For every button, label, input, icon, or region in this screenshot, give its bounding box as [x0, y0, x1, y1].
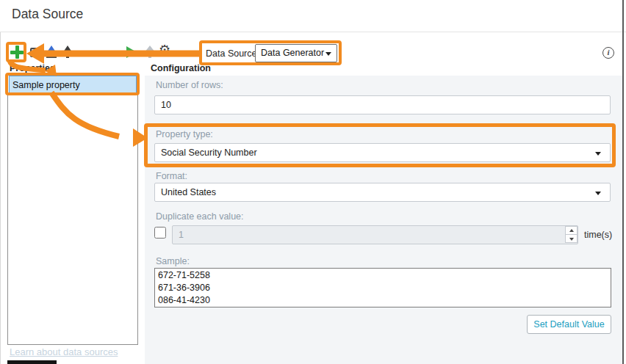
number-of-rows-label: Number of rows: — [156, 80, 223, 90]
upload-icon[interactable] — [145, 46, 155, 52]
page-title: Data Source — [12, 7, 83, 22]
duplicate-count-stepper[interactable] — [565, 226, 578, 244]
number-of-rows-input[interactable] — [154, 95, 611, 114]
bottom-edge-bar — [7, 360, 57, 364]
data-source-label: Data Source: — [206, 48, 259, 59]
duplicate-each-value-label: Duplicate each value: — [156, 211, 244, 222]
export-icon — [66, 52, 69, 58]
set-default-value-button[interactable]: Set Default Value — [527, 315, 611, 334]
window-right-border — [622, 0, 624, 364]
upload-icon — [148, 52, 151, 58]
data-source-dropdown[interactable]: Data Generator — [255, 44, 337, 62]
property-type-value: Social Security Number — [161, 148, 257, 158]
info-icon[interactable]: i — [602, 47, 614, 59]
import-icon[interactable] — [47, 46, 56, 52]
chevron-down-icon — [595, 152, 601, 156]
add-button[interactable] — [10, 45, 24, 59]
properties-header: Properties — [10, 63, 55, 73]
format-value: United States — [161, 187, 216, 197]
list-item-sample-property[interactable]: Sample property — [9, 76, 137, 95]
configuration-header: Configuration — [151, 63, 211, 73]
export-icon[interactable] — [63, 46, 72, 52]
learn-about-data-sources-link[interactable]: Learn about data sources — [10, 346, 118, 357]
title-divider — [0, 32, 626, 32]
import-icon — [46, 56, 57, 58]
property-type-label: Property type: — [156, 129, 213, 139]
delete-icon[interactable] — [30, 48, 41, 57]
format-label: Format: — [156, 171, 187, 181]
duplicate-checkbox[interactable] — [154, 227, 166, 239]
window-left-border — [0, 32, 1, 364]
add-icon — [15, 46, 19, 59]
property-type-dropdown[interactable]: Social Security Number — [154, 143, 611, 162]
chevron-down-icon — [325, 52, 331, 56]
chevron-down-icon — [595, 192, 601, 195]
properties-list[interactable]: Sample property — [7, 74, 138, 345]
run-icon[interactable] — [126, 46, 137, 58]
times-suffix-label: time(s) — [584, 230, 612, 240]
sample-values-box[interactable]: 672-71-5258 671-36-3906 086-41-4230 — [154, 268, 611, 307]
data-source-value: Data Generator — [261, 48, 324, 58]
sample-label: Sample: — [156, 256, 190, 266]
duplicate-count-input — [172, 225, 578, 244]
stepper-down-icon[interactable] — [565, 234, 578, 243]
settings-gear-icon[interactable]: ⚙ — [159, 42, 170, 57]
format-dropdown[interactable]: United States — [154, 183, 611, 202]
